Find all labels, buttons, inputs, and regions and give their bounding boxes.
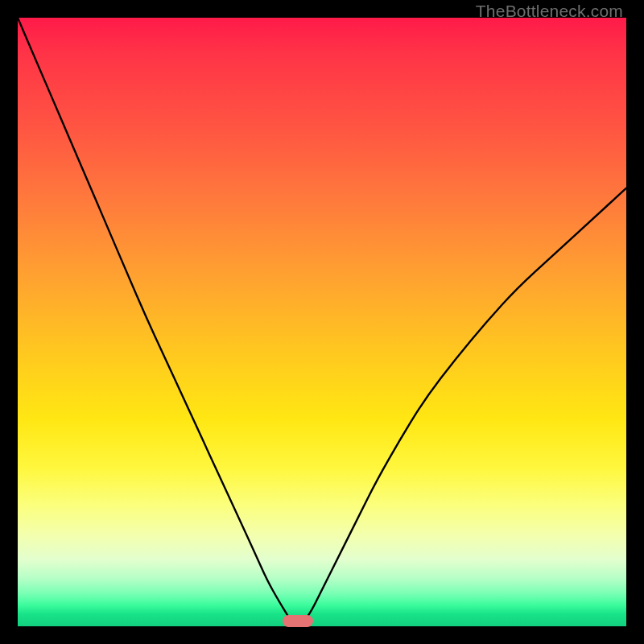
minimum-marker [283, 615, 313, 627]
chart-frame [18, 18, 626, 626]
curve-right-branch [301, 188, 627, 625]
curve-left-branch [18, 18, 295, 625]
watermark-label: TheBottleneck.com [476, 2, 623, 21]
curve-layer [18, 18, 626, 626]
